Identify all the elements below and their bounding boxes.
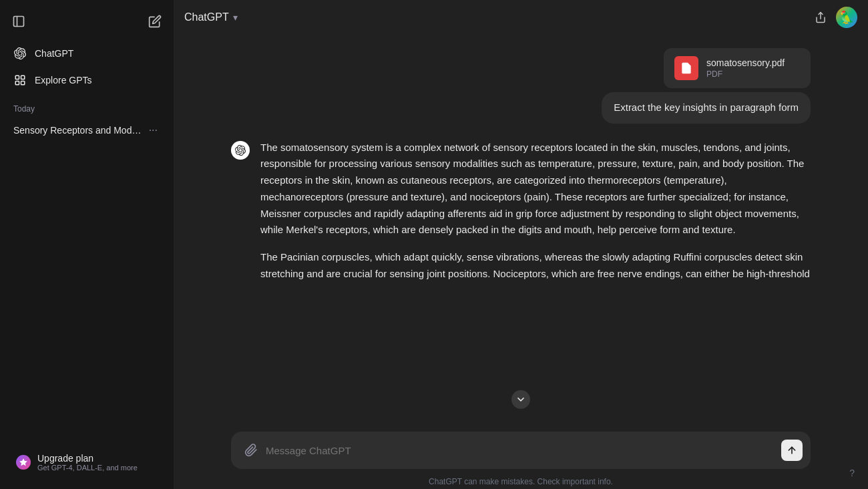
user-message-container: somatosensory.pdf PDF Extract the key in… (220, 45, 821, 126)
svg-rect-3 (21, 75, 25, 79)
attach-file-button[interactable] (242, 441, 260, 460)
chat-area[interactable]: somatosensory.pdf PDF Extract the key in… (174, 35, 868, 424)
upgrade-main-label: Upgrade plan (37, 453, 138, 464)
header-title-text: ChatGPT (184, 11, 229, 23)
assistant-avatar-icon (231, 141, 250, 160)
pdf-type-label: PDF (706, 69, 785, 79)
avatar-image: 🦜 (836, 7, 857, 28)
chevron-down-icon: ▾ (233, 12, 238, 23)
header-title-button[interactable]: ChatGPT ▾ (184, 11, 238, 23)
upgrade-text: Upgrade plan Get GPT-4, DALL-E, and more (37, 453, 138, 472)
avatar[interactable]: 🦜 (836, 7, 857, 28)
chatgpt-icon (13, 47, 27, 60)
upgrade-plan-button[interactable]: Upgrade plan Get GPT-4, DALL-E, and more (8, 446, 166, 478)
header: ChatGPT ▾ 🦜 (174, 0, 868, 35)
sidebar-item-chatgpt[interactable]: ChatGPT (5, 40, 168, 67)
sidebar-bottom: Upgrade plan Get GPT-4, DALL-E, and more (5, 441, 168, 484)
sidebar-chat-item-text: Sensory Receptors and Modalit... (13, 125, 146, 136)
pdf-icon (674, 56, 698, 80)
chat-item-menu-button[interactable]: ··· (146, 123, 160, 138)
assistant-message-row: The somatosensory system is a complex ne… (220, 137, 821, 285)
svg-rect-5 (21, 82, 25, 85)
toggle-sidebar-button[interactable] (8, 11, 29, 32)
assistant-message-text: The somatosensory system is a complex ne… (260, 140, 811, 283)
upgrade-icon (16, 455, 31, 470)
sidebar-item-explore-gpts[interactable]: Explore GPTs (5, 67, 168, 94)
sidebar-chat-item[interactable]: Sensory Receptors and Modalit... ··· (5, 118, 168, 143)
send-button[interactable] (781, 440, 803, 461)
pdf-attachment: somatosensory.pdf PDF (664, 48, 811, 88)
sidebar-section-today: Today (5, 94, 168, 118)
sidebar: ChatGPT Explore GPTs Today Sensory Recep… (0, 0, 174, 489)
sidebar-explore-label: Explore GPTs (35, 75, 92, 86)
assistant-paragraph-1: The somatosensory system is a complex ne… (260, 140, 811, 239)
pdf-filename: somatosensory.pdf (706, 57, 785, 68)
input-area (174, 424, 868, 472)
message-input[interactable] (266, 445, 776, 456)
header-actions: 🦜 (811, 7, 857, 28)
help-button[interactable]: ? (849, 468, 855, 478)
grid-icon (13, 73, 27, 87)
footer-note-text: ChatGPT can make mistakes. Check importa… (429, 477, 613, 486)
sidebar-top (5, 5, 168, 37)
svg-rect-2 (15, 75, 19, 79)
assistant-paragraph-2: The Pacinian corpuscles, which adapt qui… (260, 249, 811, 283)
user-message-bubble: Extract the key insights in paragraph fo… (602, 92, 811, 124)
new-chat-button[interactable] (144, 11, 166, 32)
share-button[interactable] (811, 7, 831, 27)
pdf-info: somatosensory.pdf PDF (706, 57, 785, 79)
main-content: ChatGPT ▾ 🦜 (174, 0, 868, 489)
input-container (231, 432, 811, 469)
svg-rect-0 (14, 17, 24, 27)
upgrade-sub-label: Get GPT-4, DALL-E, and more (37, 464, 138, 472)
footer-note: ChatGPT can make mistakes. Check importa… (231, 472, 811, 489)
scroll-down-indicator[interactable] (511, 390, 530, 409)
svg-rect-4 (15, 82, 19, 85)
sidebar-chatgpt-label: ChatGPT (35, 48, 73, 59)
